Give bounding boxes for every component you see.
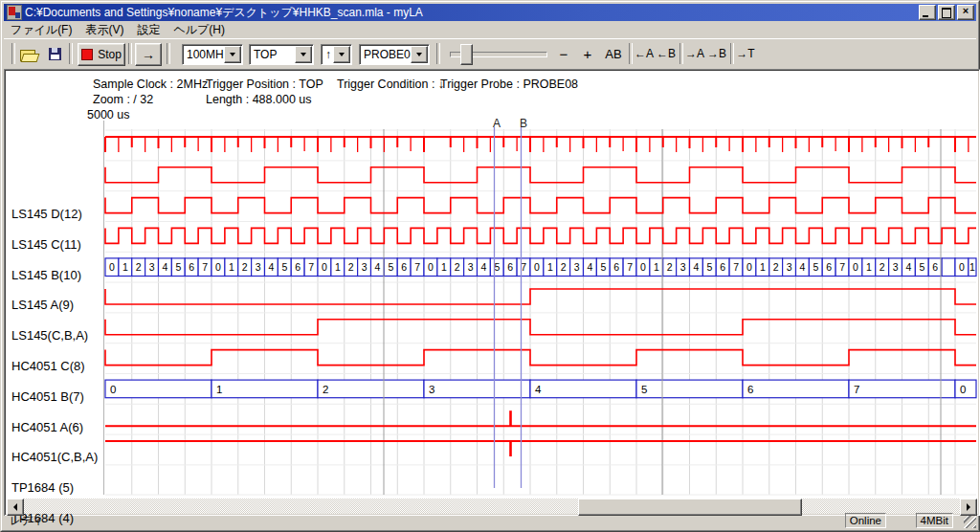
resize-grip[interactable] bbox=[964, 516, 976, 528]
goto-trigger-button[interactable]: →T bbox=[735, 43, 756, 64]
sample-clock-value: 100MHz bbox=[183, 48, 224, 61]
signal-label: HC4051 B(7) bbox=[11, 389, 84, 404]
menu-item-settings[interactable]: 設定 bbox=[130, 21, 167, 39]
sample-clock-select[interactable]: 100MHz bbox=[182, 44, 243, 65]
maximize-button[interactable] bbox=[938, 5, 955, 20]
goto-cursor-b-left-button[interactable]: ←B bbox=[656, 43, 677, 64]
toolbar-separator bbox=[436, 43, 440, 64]
signal-label: LS145 A(9) bbox=[11, 298, 74, 312]
toolbar-separator bbox=[69, 43, 73, 64]
dropdown-arrow-icon[interactable] bbox=[411, 46, 428, 63]
right-arrow-icon bbox=[967, 503, 970, 511]
stop-label: Stop bbox=[98, 48, 122, 61]
window-title: C:¥Documents and Settings¥noname¥デスクトップ¥… bbox=[25, 5, 915, 21]
toolbar-separator bbox=[679, 43, 683, 64]
title-bar[interactable]: C:¥Documents and Settings¥noname¥デスクトップ¥… bbox=[4, 4, 976, 21]
trigger-position-select[interactable]: TOP bbox=[249, 44, 314, 65]
trigger-edge-select[interactable]: ↑ bbox=[321, 44, 352, 65]
toolbar-separator bbox=[629, 43, 633, 64]
signal-label: LS145 C(11) bbox=[11, 237, 81, 252]
online-indicator: Online bbox=[845, 513, 886, 528]
run-arrow-icon: → bbox=[142, 47, 155, 62]
signal-label: TP1684 (5) bbox=[11, 480, 74, 495]
app-window: C:¥Documents and Settings¥noname¥デスクトップ¥… bbox=[0, 0, 980, 532]
status-bar: レディ Online 4MBit bbox=[4, 512, 976, 528]
save-file-button[interactable] bbox=[44, 43, 65, 64]
signal-label-column: LS145 D(12)LS145 C(11)LS145 B(10)LS145 A… bbox=[4, 69, 980, 516]
run-button[interactable]: → bbox=[135, 43, 162, 66]
signal-label: HC4051 C(8) bbox=[11, 359, 85, 373]
signal-label: LS145 B(10) bbox=[11, 268, 81, 282]
zoom-slider-thumb[interactable] bbox=[460, 44, 473, 65]
toolbar-separator bbox=[730, 43, 734, 64]
signal-label: LS145 D(12) bbox=[11, 207, 82, 221]
zoom-in-button[interactable]: + bbox=[579, 43, 596, 64]
left-arrow-icon bbox=[13, 503, 17, 511]
toolbar-separator bbox=[128, 43, 132, 64]
menu-item-view[interactable]: 表示(V) bbox=[78, 21, 130, 39]
toolbar: Stop → 100MHz TOP ↑ PROBE00 − + AB ←A bbox=[4, 38, 976, 69]
maximize-icon bbox=[942, 8, 951, 18]
open-file-button[interactable] bbox=[17, 43, 40, 64]
goto-cursor-a-right-button[interactable]: →A bbox=[684, 43, 705, 64]
stop-button[interactable]: Stop bbox=[78, 43, 125, 66]
signal-label: HC4051(C,B,A) bbox=[11, 450, 98, 464]
memory-size-indicator: 4MBit bbox=[916, 513, 953, 528]
zoom-out-button[interactable]: − bbox=[555, 43, 572, 64]
toolbar-separator bbox=[11, 43, 15, 64]
stop-icon bbox=[81, 49, 93, 60]
trigger-probe-select[interactable]: PROBE00 bbox=[359, 44, 430, 65]
zoom-ab-button[interactable]: AB bbox=[601, 43, 626, 64]
save-floppy-icon bbox=[49, 48, 61, 60]
trigger-position-value: TOP bbox=[250, 48, 295, 61]
status-message: レディ bbox=[10, 514, 43, 528]
menu-bar: ファイル(F) 表示(V) 設定 ヘルプ(H) bbox=[4, 22, 976, 38]
waveform-panel: Sample Clock : 2MHz Trigger Position : T… bbox=[4, 69, 980, 516]
window-controls: × bbox=[919, 5, 974, 20]
menu-item-file[interactable]: ファイル(F) bbox=[4, 21, 78, 39]
trigger-probe-value: PROBE00 bbox=[360, 48, 411, 61]
dropdown-arrow-icon[interactable] bbox=[224, 46, 241, 63]
minimize-button[interactable] bbox=[919, 5, 936, 20]
trigger-edge-value: ↑ bbox=[322, 48, 333, 61]
goto-cursor-b-right-button[interactable]: →B bbox=[706, 43, 727, 64]
app-icon[interactable] bbox=[7, 5, 22, 20]
minimize-icon bbox=[923, 15, 928, 17]
open-folder-icon bbox=[20, 48, 37, 60]
close-button[interactable]: × bbox=[957, 5, 974, 20]
dropdown-arrow-icon[interactable] bbox=[333, 46, 350, 63]
menu-item-help[interactable]: ヘルプ(H) bbox=[167, 21, 232, 39]
goto-cursor-a-left-button[interactable]: ←A bbox=[634, 43, 655, 64]
signal-label: HC4051 A(6) bbox=[11, 420, 83, 434]
dropdown-arrow-icon[interactable] bbox=[295, 46, 312, 63]
signal-label: LS145(C,B,A) bbox=[11, 328, 88, 343]
window-frame: C:¥Documents and Settings¥noname¥デスクトップ¥… bbox=[1, 1, 979, 531]
toolbar-separator bbox=[167, 43, 170, 64]
